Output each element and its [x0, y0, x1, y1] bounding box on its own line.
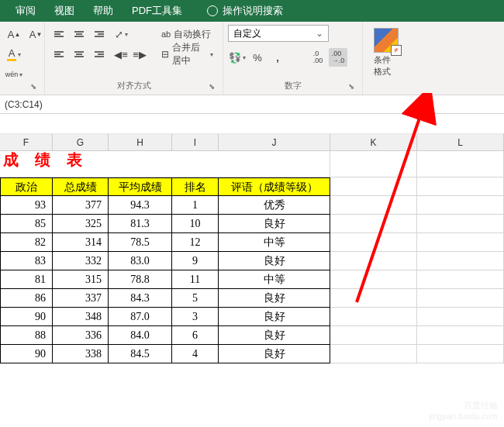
- table-cell[interactable]: 9: [172, 252, 219, 270]
- align-right-button[interactable]: [90, 45, 109, 64]
- cell[interactable]: [417, 215, 504, 233]
- cell[interactable]: [330, 270, 417, 289]
- cell[interactable]: [417, 326, 504, 345]
- table-cell[interactable]: 5: [172, 289, 219, 308]
- col-header-i[interactable]: I: [172, 134, 219, 150]
- table-cell[interactable]: 90: [0, 345, 53, 363]
- table-cell[interactable]: 87.0: [109, 308, 172, 326]
- table-cell[interactable]: 良好: [219, 289, 330, 308]
- table-cell[interactable]: 338: [53, 345, 109, 363]
- table-cell[interactable]: 良好: [219, 252, 330, 270]
- decrease-font-button[interactable]: A▼: [26, 25, 45, 43]
- tell-me-search[interactable]: 操作说明搜索: [198, 0, 292, 22]
- table-cell[interactable]: 3: [172, 308, 219, 326]
- fill-color-button[interactable]: A▾: [5, 45, 23, 64]
- align-left-button[interactable]: [50, 45, 68, 64]
- table-cell[interactable]: 337: [53, 289, 109, 308]
- table-cell[interactable]: 83.0: [109, 252, 172, 270]
- comma-button[interactable]: ,: [268, 48, 287, 67]
- accounting-format-button[interactable]: 💱▾: [228, 48, 247, 67]
- col-header-f[interactable]: F: [0, 134, 53, 150]
- tab-view[interactable]: 视图: [45, 0, 84, 22]
- table-cell[interactable]: 78.8: [109, 270, 172, 289]
- table-cell[interactable]: 81.3: [109, 215, 172, 233]
- table-cell[interactable]: 88: [0, 326, 53, 345]
- table-cell[interactable]: 6: [172, 326, 219, 345]
- cell[interactable]: [417, 345, 504, 363]
- number-format-dropdown[interactable]: 自定义 ⌄: [228, 25, 329, 42]
- table-cell[interactable]: 中等: [219, 233, 330, 252]
- phonetic-button[interactable]: wén▾: [5, 65, 23, 84]
- table-cell[interactable]: 81: [0, 270, 53, 289]
- table-cell[interactable]: 良好: [219, 308, 330, 326]
- table-cell[interactable]: 314: [53, 233, 109, 252]
- table-cell[interactable]: 325: [53, 215, 109, 233]
- col-header-k[interactable]: K: [330, 134, 417, 150]
- align-middle-button[interactable]: [70, 25, 88, 43]
- col-header-l[interactable]: L: [417, 134, 504, 150]
- conditional-format-button[interactable]: ≠ 条件格式: [371, 25, 402, 81]
- table-cell[interactable]: 83: [0, 252, 53, 270]
- formula-bar[interactable]: (C3:C14): [0, 95, 504, 114]
- cell[interactable]: [330, 196, 417, 215]
- table-cell[interactable]: 4: [172, 345, 219, 363]
- col-header-j[interactable]: J: [219, 134, 330, 150]
- cell[interactable]: [417, 270, 504, 289]
- cell[interactable]: [417, 289, 504, 308]
- table-cell[interactable]: 84.3: [109, 289, 172, 308]
- table-cell[interactable]: 348: [53, 308, 109, 326]
- cell[interactable]: [330, 151, 417, 177]
- cell[interactable]: [417, 233, 504, 252]
- cell[interactable]: [417, 252, 504, 270]
- cell[interactable]: [330, 326, 417, 345]
- dialog-launcher-icon[interactable]: ⬊: [207, 82, 216, 91]
- col-header-h[interactable]: H: [109, 134, 172, 150]
- cell[interactable]: [330, 345, 417, 363]
- tab-pdf[interactable]: PDF工具集: [123, 0, 192, 22]
- col-header-g[interactable]: G: [53, 134, 109, 150]
- align-center-button[interactable]: [70, 45, 88, 64]
- table-cell[interactable]: 377: [53, 196, 109, 215]
- merge-center-button[interactable]: ⊟合并后居中▾: [157, 45, 218, 64]
- cell[interactable]: [417, 308, 504, 326]
- cell[interactable]: [417, 177, 504, 196]
- table-header[interactable]: 平均成绩: [109, 177, 172, 196]
- cell[interactable]: [330, 233, 417, 252]
- dialog-launcher-icon[interactable]: ⬊: [347, 82, 356, 91]
- table-cell[interactable]: 良好: [219, 345, 330, 363]
- table-cell[interactable]: 11: [172, 270, 219, 289]
- increase-decimal-button[interactable]: .0.00: [309, 48, 327, 67]
- table-cell[interactable]: 12: [172, 233, 219, 252]
- tab-help[interactable]: 帮助: [84, 0, 123, 22]
- cell[interactable]: [417, 151, 504, 177]
- table-cell[interactable]: 78.5: [109, 233, 172, 252]
- table-cell[interactable]: 84.0: [109, 326, 172, 345]
- spreadsheet-grid[interactable]: 成 绩 表 政治 总成绩 平均成绩 排名 评语（成绩等级） 9337794.31…: [0, 151, 504, 363]
- tab-review[interactable]: 审阅: [6, 0, 45, 22]
- cell[interactable]: [330, 289, 417, 308]
- cell[interactable]: [330, 177, 417, 196]
- table-cell[interactable]: 332: [53, 252, 109, 270]
- table-cell[interactable]: 315: [53, 270, 109, 289]
- cell[interactable]: [417, 196, 504, 215]
- increase-font-button[interactable]: A▲: [5, 25, 23, 43]
- table-cell[interactable]: 良好: [219, 215, 330, 233]
- table-header[interactable]: 政治: [0, 177, 53, 196]
- sheet-title[interactable]: 成 绩 表: [0, 151, 330, 177]
- table-cell[interactable]: 93: [0, 196, 53, 215]
- table-cell[interactable]: 1: [172, 196, 219, 215]
- table-header[interactable]: 排名: [172, 177, 219, 196]
- table-cell[interactable]: 中等: [219, 270, 330, 289]
- table-header[interactable]: 评语（成绩等级）: [219, 177, 330, 196]
- dialog-launcher-icon[interactable]: ⬊: [29, 82, 38, 91]
- align-top-button[interactable]: [50, 25, 68, 43]
- cell[interactable]: [330, 215, 417, 233]
- table-cell[interactable]: 82: [0, 233, 53, 252]
- orientation-button[interactable]: ⤢▾: [112, 25, 130, 43]
- table-cell[interactable]: 良好: [219, 326, 330, 345]
- table-cell[interactable]: 86: [0, 289, 53, 308]
- table-cell[interactable]: 336: [53, 326, 109, 345]
- table-cell[interactable]: 94.3: [109, 196, 172, 215]
- decrease-decimal-button[interactable]: .00→.0: [329, 48, 347, 67]
- table-cell[interactable]: 优秀: [219, 196, 330, 215]
